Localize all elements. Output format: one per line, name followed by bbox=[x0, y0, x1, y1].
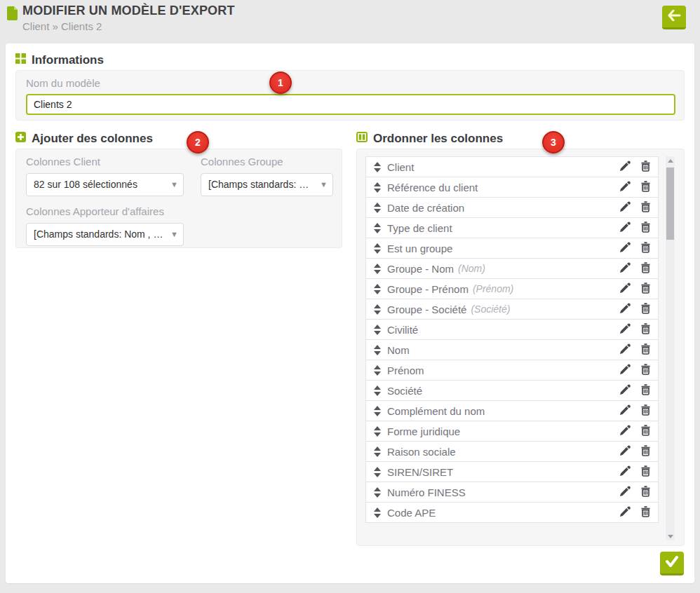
sort-handle-icon[interactable] bbox=[373, 426, 382, 437]
sort-handle-icon[interactable] bbox=[373, 264, 382, 274]
delete-button[interactable] bbox=[640, 221, 651, 235]
edit-button[interactable] bbox=[619, 242, 631, 255]
sort-handle-icon[interactable] bbox=[373, 325, 382, 335]
delete-button[interactable] bbox=[640, 161, 651, 174]
edit-button[interactable] bbox=[619, 303, 631, 316]
sort-handle-icon[interactable] bbox=[373, 304, 382, 315]
back-button[interactable] bbox=[662, 6, 686, 29]
edit-button[interactable] bbox=[619, 364, 631, 377]
pencil-icon bbox=[619, 486, 631, 499]
colonnes-client-select[interactable]: 82 sur 108 sélectionnés ▼ bbox=[26, 173, 184, 196]
scroll-down-button[interactable] bbox=[666, 532, 675, 540]
sort-handle-icon[interactable] bbox=[373, 467, 382, 477]
trash-icon bbox=[640, 201, 651, 214]
order-column-row: Date de création bbox=[365, 197, 659, 218]
edit-button[interactable] bbox=[619, 161, 631, 174]
delete-button[interactable] bbox=[640, 201, 651, 214]
delete-button[interactable] bbox=[640, 364, 651, 377]
chevron-down-icon: ▼ bbox=[170, 174, 178, 196]
delete-button[interactable] bbox=[640, 343, 651, 357]
order-column-row: Code APE bbox=[365, 502, 659, 523]
delete-button[interactable] bbox=[640, 445, 651, 458]
model-name-input[interactable] bbox=[26, 94, 675, 115]
main-card: Informations Nom du modèle 1 Ajouter des… bbox=[6, 43, 694, 583]
trash-icon bbox=[640, 506, 651, 519]
delete-button[interactable] bbox=[640, 181, 651, 194]
sort-handle-icon[interactable] bbox=[373, 386, 382, 396]
delete-button[interactable] bbox=[640, 404, 651, 418]
scrollbar[interactable] bbox=[666, 156, 675, 540]
colonnes-apporteur-select[interactable]: [Champs standards: Nom , Pr... ▼ bbox=[26, 223, 184, 246]
scroll-up-button[interactable] bbox=[666, 156, 675, 165]
trash-icon bbox=[640, 303, 651, 316]
order-column-row: Groupe - Prénom (Prénom) bbox=[365, 278, 659, 299]
edit-button[interactable] bbox=[619, 221, 631, 235]
delete-button[interactable] bbox=[640, 282, 651, 296]
sort-handle-icon[interactable] bbox=[373, 182, 382, 193]
edit-button[interactable] bbox=[619, 343, 631, 357]
delete-button[interactable] bbox=[640, 486, 651, 499]
edit-button[interactable] bbox=[619, 506, 631, 519]
colonnes-groupe-select[interactable]: [Champs standards: Nom , Pr... ▼ bbox=[201, 173, 333, 196]
section-title: Informations bbox=[32, 53, 104, 67]
sort-handle-icon[interactable] bbox=[373, 203, 382, 213]
model-name-label: Nom du modèle bbox=[26, 77, 100, 89]
trash-icon bbox=[640, 242, 651, 255]
step-badge-3: 3 bbox=[542, 131, 565, 154]
edit-button[interactable] bbox=[619, 445, 631, 458]
sort-handle-icon[interactable] bbox=[373, 365, 382, 376]
order-column-row: Nom bbox=[365, 339, 659, 360]
add-columns-panel: Colonnes Client 82 sur 108 sélectionnés … bbox=[15, 149, 342, 248]
row-label: Civilité bbox=[387, 324, 418, 336]
row-label: Date de création bbox=[387, 202, 464, 214]
edit-button[interactable] bbox=[619, 465, 631, 479]
colonnes-groupe-label: Colonnes Groupe bbox=[201, 156, 333, 168]
trash-icon bbox=[640, 486, 651, 499]
delete-button[interactable] bbox=[640, 303, 651, 316]
section-order-columns-heading: Ordonner les colonnes bbox=[356, 132, 503, 146]
delete-button[interactable] bbox=[640, 384, 651, 397]
edit-button[interactable] bbox=[619, 262, 631, 275]
delete-button[interactable] bbox=[640, 425, 651, 438]
order-column-row: Société bbox=[365, 380, 659, 401]
edit-button[interactable] bbox=[619, 404, 631, 418]
section-add-columns-heading: Ajouter des colonnes bbox=[15, 132, 153, 146]
row-label: Prénom bbox=[387, 364, 424, 376]
delete-button[interactable] bbox=[640, 323, 651, 336]
delete-button[interactable] bbox=[640, 506, 651, 519]
delete-button[interactable] bbox=[640, 242, 651, 255]
edit-button[interactable] bbox=[619, 282, 631, 296]
pencil-icon bbox=[619, 506, 631, 519]
sort-handle-icon[interactable] bbox=[373, 487, 382, 498]
pencil-icon bbox=[619, 181, 631, 194]
edit-button[interactable] bbox=[619, 181, 631, 194]
edit-button[interactable] bbox=[619, 384, 631, 397]
sort-handle-icon[interactable] bbox=[373, 345, 382, 355]
sort-handle-icon[interactable] bbox=[373, 447, 382, 457]
edit-button[interactable] bbox=[619, 425, 631, 438]
sort-handle-icon[interactable] bbox=[373, 223, 382, 233]
scrollbar-thumb[interactable] bbox=[666, 168, 674, 240]
edit-button[interactable] bbox=[619, 486, 631, 499]
field-colonnes-apporteur: Colonnes Apporteur d'affaires [Champs st… bbox=[26, 205, 184, 246]
sort-handle-icon[interactable] bbox=[373, 243, 382, 254]
order-columns-panel: Client bbox=[356, 149, 685, 546]
trash-icon bbox=[640, 404, 651, 418]
trash-icon bbox=[640, 384, 651, 397]
sort-handle-icon[interactable] bbox=[373, 162, 382, 172]
delete-button[interactable] bbox=[640, 262, 651, 275]
pencil-icon bbox=[619, 425, 631, 438]
order-columns-list: Client bbox=[365, 156, 659, 540]
triangle-up-icon bbox=[668, 159, 673, 163]
arrow-left-icon bbox=[667, 10, 681, 23]
edit-button[interactable] bbox=[619, 201, 631, 214]
pencil-icon bbox=[619, 242, 631, 255]
sort-handle-icon[interactable] bbox=[373, 284, 382, 294]
trash-icon bbox=[640, 323, 651, 336]
validate-button[interactable] bbox=[660, 552, 684, 575]
sort-handle-icon[interactable] bbox=[373, 406, 382, 416]
delete-button[interactable] bbox=[640, 465, 651, 479]
informations-panel: Nom du modèle bbox=[15, 70, 685, 121]
sort-handle-icon[interactable] bbox=[373, 507, 382, 518]
edit-button[interactable] bbox=[619, 323, 631, 336]
